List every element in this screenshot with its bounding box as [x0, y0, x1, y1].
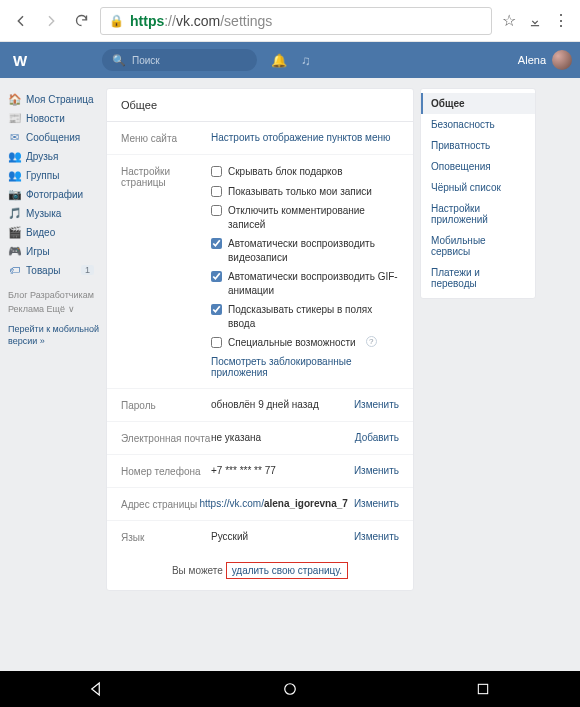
sidebar-item-label: Фотографии [26, 189, 83, 200]
phone-value: +7 *** *** ** 77 [211, 465, 348, 477]
nav-icon: 🎬 [8, 226, 20, 239]
sidebar-item-label: Видео [26, 227, 55, 238]
nav-icon: ✉ [8, 131, 20, 144]
row-label: Язык [121, 531, 211, 543]
vk-logo[interactable]: W [8, 52, 32, 69]
left-navigation: 🏠Моя Страница📰Новости✉Сообщения👥Друзья👥Г… [0, 82, 100, 591]
lock-icon: 🔒 [109, 14, 124, 28]
sidebar-item[interactable]: 🏠Моя Страница [8, 90, 100, 109]
sidebar-item[interactable]: 🎬Видео [8, 223, 100, 242]
settings-card: Общее Меню сайта Настроить отображение п… [106, 88, 414, 591]
svg-point-1 [285, 684, 296, 695]
checkbox-accessibility[interactable]: Специальные возможности? [211, 336, 399, 350]
sidebar-item[interactable]: 🎵Музыка [8, 204, 100, 223]
nav-icon: 🏷 [8, 264, 20, 276]
sidebar-item-label: Товары [26, 265, 60, 276]
menu-configure-link[interactable]: Настроить отображение пунктов меню [211, 132, 399, 144]
language-value: Русский [211, 531, 348, 543]
language-change-link[interactable]: Изменить [354, 531, 399, 543]
mobile-version-link[interactable]: Перейти к мобильной версии » [8, 324, 100, 347]
sidebar-item-label: Новости [26, 113, 65, 124]
footer-links[interactable]: Реклама Ещё ∨ [8, 303, 100, 317]
notifications-icon[interactable]: 🔔 [271, 53, 287, 68]
url-protocol: https [130, 13, 164, 29]
search-input[interactable]: 🔍 Поиск [102, 49, 257, 71]
reload-button[interactable] [66, 6, 96, 36]
help-icon[interactable]: ? [366, 336, 377, 347]
row-label: Номер телефона [121, 465, 211, 477]
password-change-link[interactable]: Изменить [354, 399, 399, 411]
nav-icon: 🎵 [8, 207, 20, 220]
row-label: Меню сайта [121, 132, 211, 144]
checkbox-only-my-posts[interactable]: Показывать только мои записи [211, 185, 399, 199]
vk-header: W 🔍 Поиск 🔔 ♫ Alena [0, 42, 580, 78]
badge: 1 [81, 265, 94, 275]
nav-icon: 🏠 [8, 93, 20, 106]
email-value: не указана [211, 432, 349, 444]
sidebar-item-label: Сообщения [26, 132, 80, 143]
sidebar-item[interactable]: 🏷Товары1 [8, 261, 100, 279]
sidebar-item-label: Друзья [26, 151, 58, 162]
sidebar-item[interactable]: 📷Фотографии [8, 185, 100, 204]
footer-links[interactable]: Блог Разработчикам [8, 289, 100, 303]
search-placeholder: Поиск [132, 55, 160, 66]
sidebar-item-label: Моя Страница [26, 94, 94, 105]
sidebar-item-label: Музыка [26, 208, 61, 219]
settings-tab[interactable]: Чёрный список [421, 177, 535, 198]
checkbox-autoplay-gif[interactable]: Автоматически воспроизводить GIF-анимаци… [211, 270, 399, 297]
settings-tab[interactable]: Настройки приложений [421, 198, 535, 230]
menu-dots-icon[interactable]: ⋮ [548, 8, 574, 34]
sidebar-item[interactable]: ✉Сообщения [8, 128, 100, 147]
delete-page-highlight: удалить свою страницу. [226, 562, 348, 579]
nav-icon: 📷 [8, 188, 20, 201]
settings-tab[interactable]: Платежи и переводы [421, 262, 535, 294]
back-button[interactable] [6, 6, 36, 36]
download-icon[interactable] [522, 8, 548, 34]
star-icon[interactable]: ☆ [496, 8, 522, 34]
sidebar-item-label: Игры [26, 246, 50, 257]
sidebar-item[interactable]: 👥Группы [8, 166, 100, 185]
settings-tab[interactable]: Мобильные сервисы [421, 230, 535, 262]
row-label: Настройки страницы [121, 165, 211, 378]
sidebar-item-label: Группы [26, 170, 59, 181]
avatar [552, 50, 572, 70]
sidebar-item[interactable]: 🎮Игры [8, 242, 100, 261]
android-recent-button[interactable] [472, 678, 494, 700]
nav-icon: 📰 [8, 112, 20, 125]
delete-page-row: Вы можете удалить свою страницу. [107, 553, 413, 584]
page-address-value: https://vk.com/alena_igorevna_7 [199, 498, 347, 510]
checkbox-disable-comments[interactable]: Отключить комментирование записей [211, 204, 399, 231]
card-title: Общее [107, 89, 413, 122]
blocked-apps-link[interactable]: Посмотреть заблокированные приложения [211, 356, 399, 378]
checkbox-hide-gifts[interactable]: Скрывать блок подарков [211, 165, 399, 179]
browser-toolbar: 🔒 https://vk.com/settings ☆ ⋮ [0, 0, 580, 42]
sidebar-item[interactable]: 👥Друзья [8, 147, 100, 166]
username: Alena [518, 54, 546, 66]
android-back-button[interactable] [86, 678, 108, 700]
phone-change-link[interactable]: Изменить [354, 465, 399, 477]
settings-side-menu: ОбщееБезопасностьПриватностьОповещенияЧё… [420, 88, 536, 299]
delete-page-link[interactable]: удалить свою страницу. [232, 565, 342, 576]
settings-tab[interactable]: Приватность [421, 135, 535, 156]
row-label: Электронная почта [121, 432, 211, 444]
password-value: обновлён 9 дней назад [211, 399, 348, 411]
checkbox-autoplay-video[interactable]: Автоматически воспроизводить видеозаписи [211, 237, 399, 264]
forward-button[interactable] [36, 6, 66, 36]
checkbox-sticker-suggest[interactable]: Подсказывать стикеры в полях ввода [211, 303, 399, 330]
row-label: Адрес страницы [121, 498, 199, 510]
music-icon[interactable]: ♫ [301, 53, 311, 68]
nav-icon: 👥 [8, 169, 20, 182]
nav-icon: 👥 [8, 150, 20, 163]
address-bar[interactable]: 🔒 https://vk.com/settings [100, 7, 492, 35]
address-change-link[interactable]: Изменить [354, 498, 399, 510]
nav-icon: 🎮 [8, 245, 20, 258]
android-home-button[interactable] [279, 678, 301, 700]
sidebar-item[interactable]: 📰Новости [8, 109, 100, 128]
settings-tab[interactable]: Безопасность [421, 114, 535, 135]
android-nav-bar [0, 671, 580, 707]
user-menu[interactable]: Alena [518, 50, 572, 70]
svg-rect-2 [479, 684, 488, 693]
settings-tab[interactable]: Общее [421, 93, 535, 114]
settings-tab[interactable]: Оповещения [421, 156, 535, 177]
email-add-link[interactable]: Добавить [355, 432, 399, 444]
